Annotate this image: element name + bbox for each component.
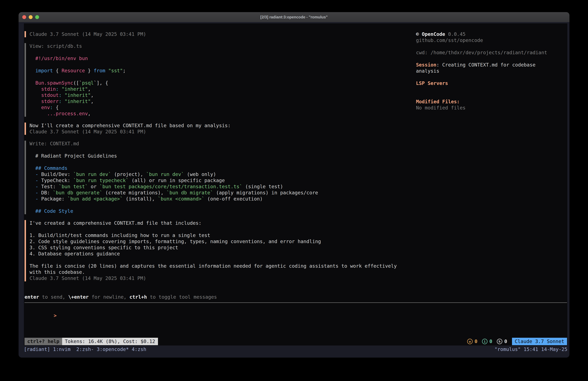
message-line: - Test: `bun test` or `bun test packages… [30,183,318,190]
message-line: ## Code Style [30,208,318,214]
sidebar-line: Session: Creating CONTEXT.md for codebas… [416,62,567,68]
message-line [30,62,126,68]
model-badge: Claude 3.7 Sonnet [512,338,567,345]
keybind-hint-line: enter to send, \+enter for newline, ctrl… [24,294,567,300]
sidebar-line [416,44,567,49]
sidebar-line: LSP Servers [416,80,567,86]
warnings-icon: w [467,339,473,344]
tool-block-bar [24,43,26,117]
chat-transcript: Claude 3.7 Sonnet (14 May 2025 03:41 PM)… [24,31,416,281]
message-lines: Write: CONTEXT.md # Radiant Project Guid… [30,141,318,214]
minimize-button[interactable] [29,15,33,19]
sidebar-line: No modified files [416,105,567,111]
tmux-status-bar: [radiant] 1:nvim 2:zsh- 3:opencode* 4:zs… [24,345,567,353]
message-line [30,159,318,165]
tmux-session-info: "romulus" 15:41 14-May-25 [494,346,567,352]
tmux-window-list[interactable]: [radiant] 1:nvim 2:zsh- 3:opencode* 4:zs… [24,346,146,352]
tokens-cost-chip: Tokens: 16.4K (8%), Cost: $0.12 [62,338,158,345]
assistant-message-text: Now I'll create a comprehensive CONTEXT.… [24,123,416,135]
message-line: #!/usr/bin/env bun [30,55,126,62]
session-sidebar: © OpenCode 0.0.45github.com/sst/opencode… [416,31,567,281]
close-button[interactable] [22,15,26,19]
info-icon: i [482,339,487,344]
message-line [30,74,126,80]
message-lines: View: script/db.ts #!/usr/bin/env bun im… [30,43,126,117]
hints-count: 0 [504,338,507,344]
warnings-count: 0 [475,338,478,344]
hints-counter: h0 [497,338,507,344]
hints-icon: h [497,339,502,344]
sidebar-line [416,56,567,62]
message-line [30,147,318,153]
message-line: with this codebase. [30,269,397,275]
message-line: stdout: "inherit", [30,92,126,98]
prompt-line: > [24,306,567,325]
sidebar-line: github.com/sst/opencode [416,37,567,44]
message-accent-bar [24,220,26,281]
message-line: env: { [30,104,126,111]
message-line: stdin: "inherit", [30,86,126,92]
message-lines: Claude 3.7 Sonnet (14 May 2025 03:41 PM) [30,31,146,37]
message-line [30,49,126,55]
sidebar-line: Modified Files: [416,99,567,105]
info-counter: i0 [482,338,492,344]
message-line: - Build/Dev: `bun run dev` (project), `b… [30,171,318,178]
window-title: [2/3] radiant:3:opencode - "romulus" [260,15,328,19]
message-lines: I've created a comprehensive CONTEXT.md … [30,220,397,281]
tool-view-script-db: View: script/db.ts #!/usr/bin/env bun im… [24,43,416,117]
message-line [30,202,318,208]
message-accent-bar [24,31,26,37]
message-lines: Now I'll create a comprehensive CONTEXT.… [30,123,231,135]
zoom-button[interactable] [35,15,39,19]
message-accent-bar [24,123,26,135]
keybind-hint: enter to send, \+enter for newline, ctrl… [24,294,567,300]
message-line: Claude 3.7 Sonnet (14 May 2025 03:41 PM) [30,275,397,281]
message-line: # Radiant Project Guidelines [30,153,318,159]
message-line: ## Commands [30,165,318,171]
message-input[interactable] [57,313,347,319]
window-controls [22,12,39,22]
sidebar-line [416,86,567,92]
help-keybind-chip: ctrl+? help [24,338,62,345]
titlebar: [2/3] radiant:3:opencode - "romulus" [19,12,569,22]
sidebar-line [416,92,567,99]
warnings-counter: w0 [467,338,478,344]
info-count: 0 [489,338,492,344]
message-line: The file is concise (20 lines) and captu… [30,263,397,269]
message-line: 2. Code style guidelines covering import… [30,238,397,245]
assistant-message-header: Claude 3.7 Sonnet (14 May 2025 03:41 PM) [24,31,416,37]
assistant-message-summary: I've created a comprehensive CONTEXT.md … [24,220,416,281]
terminal-content: Claude 3.7 Sonnet (14 May 2025 03:41 PM)… [19,22,569,358]
message-line: import { Resource } from "sst"; [30,68,126,74]
sidebar-line [416,74,567,80]
opencode-tui: Claude 3.7 Sonnet (14 May 2025 03:41 PM)… [24,23,567,345]
message-line: Claude 3.7 Sonnet (14 May 2025 03:41 PM) [30,129,231,135]
prompt-marker: > [54,313,57,318]
message-line: Bun.spawnSync([`psql`], { [30,80,126,86]
message-line: Write: CONTEXT.md [30,141,318,147]
message-line: Now I'll create a comprehensive CONTEXT.… [30,123,231,129]
sidebar-line: cwd: /home/thdxr/dev/projects/radiant/ra… [416,49,567,56]
diagnostic-counters: w0i0h0 [467,338,507,344]
message-line: Claude 3.7 Sonnet (14 May 2025 03:41 PM) [30,31,146,37]
tool-block-bar [24,141,26,214]
tool-write-context-md: Write: CONTEXT.md # Radiant Project Guid… [24,141,416,214]
message-line: 1. Build/lint/test commands including ho… [30,232,397,238]
input-separator [24,302,567,303]
sidebar-line: © OpenCode 0.0.45 [416,31,567,37]
message-line [30,226,397,232]
message-line: - DB: `bun db generate` (create migratio… [30,190,318,196]
message-line: stderr: "inherit", [30,98,126,104]
status-bar: ctrl+? help Tokens: 16.4K (8%), Cost: $0… [24,338,567,345]
message-line [30,257,397,263]
sidebar-line: analysis [416,68,567,74]
message-line: ...process.env, [30,111,126,117]
message-line: 3. CSS styling conventions specific to t… [30,245,397,251]
message-line: - TypeCheck: `bun run typecheck` (all) o… [30,178,318,183]
message-line: - Package: `bun add <package>` (install)… [30,196,318,202]
message-line: 4. Database operations guidance [30,251,397,257]
terminal-window: [2/3] radiant:3:opencode - "romulus" Cla… [19,12,569,358]
message-line: I've created a comprehensive CONTEXT.md … [30,220,397,226]
message-line: View: script/db.ts [30,43,126,49]
